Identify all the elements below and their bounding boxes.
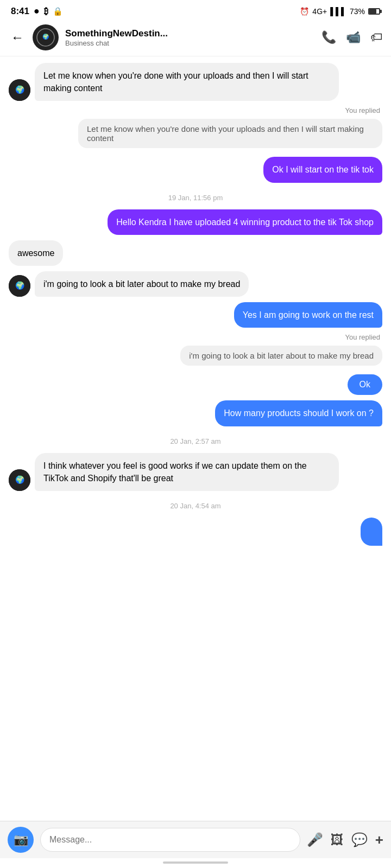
call-icon[interactable]: 📞 bbox=[321, 30, 336, 44]
message-row: Ok bbox=[9, 374, 382, 395]
image-icon[interactable]: 🖼 bbox=[331, 832, 344, 847]
svg-text:🌍: 🌍 bbox=[42, 33, 49, 40]
alarm-icon: ⏰ bbox=[300, 7, 309, 16]
signal-icon: ▌▌▌ bbox=[330, 7, 346, 16]
message-bubble: Let me know when you're done with your u… bbox=[35, 63, 339, 101]
message-row: 🌍 I think whatever you feel is good work… bbox=[9, 453, 382, 491]
message-bubble: Hello Kendra I have uploaded 4 winning p… bbox=[108, 209, 382, 235]
message-row: i'm going to look a bit later about to m… bbox=[9, 346, 382, 369]
header-icons: 📞 📹 🏷 bbox=[321, 30, 382, 44]
message-bubble-ok: Ok bbox=[348, 374, 382, 395]
timestamp: 20 Jan, 4:54 am bbox=[9, 502, 382, 510]
message-row bbox=[9, 518, 382, 546]
avatar: 🌍 bbox=[9, 79, 30, 101]
video-icon[interactable]: 📹 bbox=[346, 30, 361, 44]
message-bubble: i'm going to look a bit later about to m… bbox=[35, 271, 249, 297]
message-row: Let me know when you're done with your u… bbox=[9, 119, 382, 151]
tag-icon[interactable]: 🏷 bbox=[370, 30, 382, 44]
status-bar: 8:41 ● ₿ 🔒 ⏰ 4G+ ▌▌▌ 73% bbox=[0, 0, 391, 20]
message-row: How many products should I work on ? bbox=[9, 400, 382, 426]
reply-label: You replied bbox=[9, 106, 382, 114]
timestamp: 20 Jan, 2:57 am bbox=[9, 437, 382, 445]
message-row: Hello Kendra I have uploaded 4 winning p… bbox=[9, 209, 382, 235]
scroll-indicator bbox=[163, 861, 228, 864]
message-row: awesome bbox=[9, 240, 382, 266]
camera-icon: 📷 bbox=[14, 833, 28, 847]
bottom-bar: 📷 🎤 🖼 💬 + bbox=[0, 821, 391, 858]
message-bubble: How many products should I work on ? bbox=[215, 400, 382, 426]
message-bubble: Ok I will start on the tik tok bbox=[263, 157, 382, 182]
message-bubble: I think whatever you feel is good works … bbox=[35, 453, 339, 491]
message-row: 🌍 Let me know when you're done with your… bbox=[9, 63, 382, 101]
contact-sub: Business chat bbox=[65, 39, 315, 47]
reply-quote-bubble: Let me know when you're done with your u… bbox=[78, 119, 382, 148]
contact-name: SomethingNewDestin... bbox=[65, 28, 315, 39]
message-row: Ok I will start on the tik tok bbox=[9, 157, 382, 182]
chat-bubble-icon[interactable]: 💬 bbox=[351, 832, 368, 847]
status-left: 8:41 ● ₿ 🔒 bbox=[11, 5, 63, 17]
avatar: 🌍 bbox=[9, 469, 30, 491]
svg-text:🌍: 🌍 bbox=[15, 85, 25, 94]
time: 8:41 bbox=[11, 6, 29, 17]
back-button[interactable]: ← bbox=[9, 28, 26, 47]
plus-icon[interactable]: + bbox=[375, 832, 383, 848]
message-bubble: Yes I am going to work on the rest bbox=[234, 302, 382, 328]
contact-avatar[interactable]: 🌍 bbox=[33, 24, 59, 50]
network-label: 4G+ bbox=[312, 7, 327, 16]
message-bubble: awesome bbox=[9, 240, 63, 266]
message-row: 🌍 i'm going to look a bit later about to… bbox=[9, 271, 382, 297]
contact-info: SomethingNewDestin... Business chat bbox=[65, 28, 315, 47]
chat-header: ← 🌍 SomethingNewDestin... Business chat … bbox=[0, 20, 391, 56]
partial-message-bubble bbox=[361, 518, 382, 546]
bitcoin-icon: ₿ bbox=[44, 7, 48, 16]
reply-label: You replied bbox=[9, 333, 382, 341]
status-right: ⏰ 4G+ ▌▌▌ 73% bbox=[300, 7, 380, 16]
timestamp: 19 Jan, 11:56 pm bbox=[9, 194, 382, 202]
chat-area: 🌍 Let me know when you're done with your… bbox=[0, 56, 391, 821]
whatsapp-icon: ● bbox=[34, 5, 40, 17]
mic-icon[interactable]: 🎤 bbox=[307, 832, 323, 847]
message-input[interactable] bbox=[40, 828, 300, 852]
battery-icon bbox=[368, 8, 380, 15]
battery-percent: 73% bbox=[350, 7, 365, 16]
avatar: 🌍 bbox=[9, 275, 30, 297]
bottom-icons: 🎤 🖼 💬 + bbox=[307, 832, 383, 848]
camera-button[interactable]: 📷 bbox=[8, 827, 34, 853]
reply-quote-bubble: i'm going to look a bit later about to m… bbox=[180, 346, 382, 366]
message-row: Yes I am going to work on the rest bbox=[9, 302, 382, 328]
svg-text:🌍: 🌍 bbox=[15, 475, 25, 484]
svg-text:🌍: 🌍 bbox=[15, 281, 25, 290]
lock-icon: 🔒 bbox=[53, 7, 63, 16]
